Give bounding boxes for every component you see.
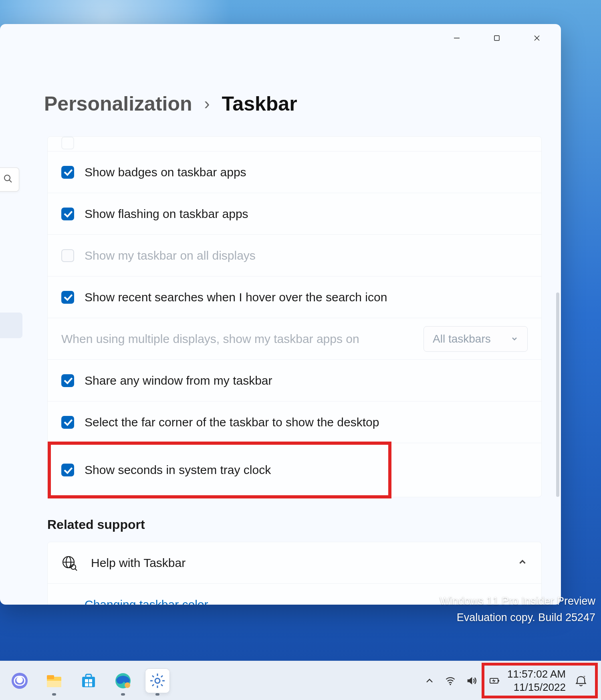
scrollbar-thumb[interactable] [556, 293, 559, 497]
checkbox-flashing[interactable] [61, 208, 74, 220]
taskbar-clock[interactable]: 11:57:02 AM 11/15/2022 [507, 668, 566, 694]
checkbox-recent-search[interactable] [61, 291, 74, 304]
svg-line-10 [75, 569, 77, 571]
label-multi-display: When using multiple displays, show my ta… [61, 332, 403, 346]
checkbox-all-displays [61, 249, 74, 262]
search-icon [3, 174, 13, 185]
battery-icon[interactable] [488, 674, 501, 687]
setting-row-partial [48, 137, 541, 151]
checkbox-badges[interactable] [61, 166, 74, 179]
label-show-seconds: Show seconds in system tray clock [85, 463, 378, 477]
checkbox-far-corner[interactable] [61, 416, 74, 429]
setting-row-multi-display: When using multiple displays, show my ta… [48, 318, 541, 360]
breadcrumb-parent[interactable]: Personalization [44, 92, 192, 115]
select-value: All taskbars [433, 333, 491, 345]
checkbox-show-seconds[interactable] [61, 464, 74, 476]
highlight-show-seconds: Show seconds in system tray clock [49, 443, 390, 497]
help-with-taskbar-row[interactable]: Help with Taskbar [48, 542, 541, 584]
setting-row-flashing[interactable]: Show flashing on taskbar apps [48, 193, 541, 235]
settings-content: Show badges on taskbar apps Show flashin… [47, 136, 542, 605]
clock-date: 11/15/2022 [507, 681, 566, 694]
settings-window: Personalization › Taskbar Show badges on… [0, 24, 561, 605]
setting-row-recent-search[interactable]: Show recent searches when I hover over t… [48, 276, 541, 318]
svg-rect-28 [498, 680, 499, 682]
changing-taskbar-color-link[interactable]: Changing taskbar color [85, 598, 208, 605]
label-all-displays: Show my taskbar on all displays [85, 249, 528, 262]
clock-highlight: 11:57:02 AM 11/15/2022 z [486, 667, 594, 694]
notifications-icon[interactable]: z [575, 674, 587, 687]
svg-rect-1 [494, 36, 499, 40]
label-far-corner: Select the far corner of the taskbar to … [85, 416, 528, 429]
minimize-button[interactable] [445, 28, 469, 48]
windows-watermark: Windows 11 Pro Insider Preview Evaluatio… [440, 593, 595, 625]
select-multi-display: All taskbars [424, 326, 528, 352]
breadcrumb-current: Taskbar [222, 92, 297, 115]
watermark-line1: Windows 11 Pro Insider Preview [440, 593, 595, 609]
maximize-button[interactable] [485, 28, 509, 48]
window-titlebar [445, 24, 561, 52]
label-share-window: Share any window from my taskbar [85, 374, 528, 387]
svg-point-24 [125, 682, 130, 688]
svg-point-25 [155, 678, 160, 683]
setting-row-show-seconds[interactable]: Show seconds in system tray clock [48, 443, 541, 497]
svg-point-26 [450, 684, 451, 685]
label-flashing: Show flashing on taskbar apps [85, 207, 528, 221]
checkbox-partial [61, 137, 74, 149]
taskbar-app-edge[interactable] [111, 668, 135, 693]
svg-rect-22 [89, 683, 92, 686]
clock-time: 11:57:02 AM [507, 668, 566, 681]
svg-rect-20 [89, 679, 92, 682]
label-badges: Show badges on taskbar apps [85, 165, 528, 179]
chevron-down-icon [510, 333, 518, 345]
svg-rect-16 [47, 681, 61, 687]
taskbar-app-file-explorer[interactable] [42, 668, 67, 693]
wifi-icon[interactable] [444, 674, 457, 687]
setting-row-badges[interactable]: Show badges on taskbar apps [48, 151, 541, 193]
svg-rect-21 [85, 683, 88, 686]
nav-panel-stub [0, 313, 22, 338]
svg-point-12 [16, 677, 23, 683]
taskbar-system-tray: 11:57:02 AM 11/15/2022 z [423, 667, 594, 694]
setting-row-share-window[interactable]: Share any window from my taskbar [48, 360, 541, 401]
svg-rect-19 [85, 679, 88, 682]
taskbar-pinned-apps [7, 668, 170, 693]
chevron-up-icon [517, 556, 528, 570]
related-support-heading: Related support [47, 517, 542, 532]
setting-row-far-corner[interactable]: Select the far corner of the taskbar to … [48, 401, 541, 443]
tray-overflow-button[interactable] [423, 674, 436, 687]
search-flyout-button[interactable] [0, 167, 19, 192]
taskbar-app-chat[interactable] [7, 668, 32, 693]
taskbar-behaviors-card: Show badges on taskbar apps Show flashin… [47, 136, 542, 497]
svg-rect-15 [47, 675, 54, 679]
taskbar: 11:57:02 AM 11/15/2022 z [0, 661, 601, 700]
svg-point-4 [4, 175, 10, 181]
svg-text:z: z [583, 675, 585, 679]
label-recent-search: Show recent searches when I hover over t… [85, 290, 528, 304]
help-item-label: Help with Taskbar [91, 556, 504, 570]
setting-row-all-displays: Show my taskbar on all displays [48, 235, 541, 276]
watermark-line2: Evaluation copy. Build 25247 [440, 609, 595, 626]
checkbox-share-window[interactable] [61, 374, 74, 387]
svg-rect-18 [86, 674, 91, 678]
taskbar-app-microsoft-store[interactable] [76, 668, 101, 693]
chevron-right-icon: › [204, 94, 210, 113]
volume-icon[interactable] [465, 674, 478, 687]
svg-line-5 [9, 180, 12, 182]
globe-search-icon [61, 555, 77, 571]
close-button[interactable] [525, 28, 549, 48]
taskbar-app-settings[interactable] [145, 668, 170, 693]
breadcrumb: Personalization › Taskbar [44, 92, 297, 115]
